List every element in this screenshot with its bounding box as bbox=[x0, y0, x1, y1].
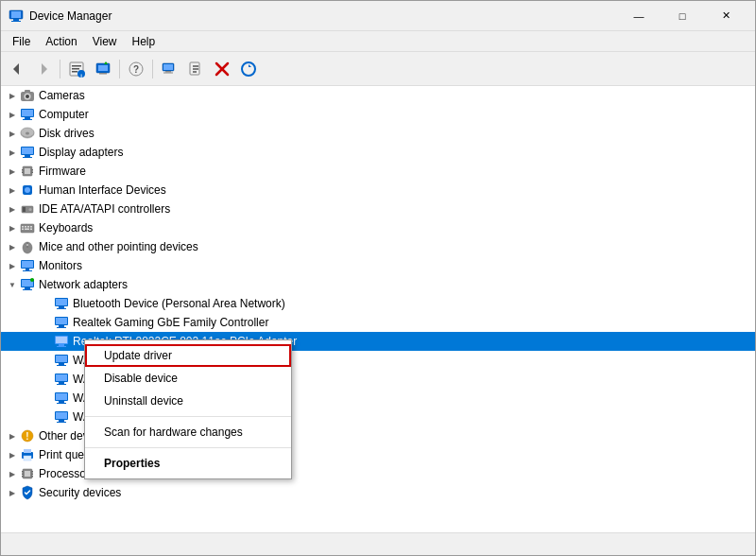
expander-display[interactable]: ▶ bbox=[5, 145, 20, 160]
expander-print[interactable]: ▶ bbox=[5, 447, 20, 462]
svg-rect-13 bbox=[98, 65, 108, 71]
bluetooth-icon bbox=[54, 296, 69, 311]
scan-toolbar-button[interactable] bbox=[157, 57, 181, 81]
update-driver-toolbar-button[interactable] bbox=[91, 57, 115, 81]
titlebar-icon bbox=[9, 9, 24, 24]
svg-rect-58 bbox=[30, 226, 32, 228]
properties-toolbar-button[interactable]: i bbox=[64, 57, 89, 81]
tree-pane[interactable]: ▶ Cameras ▶ bbox=[1, 86, 755, 532]
svg-rect-79 bbox=[56, 318, 67, 324]
device-manager-window: Device Manager — □ ✕ File Action View He… bbox=[0, 0, 756, 556]
expander-other[interactable]: ▶ bbox=[5, 428, 20, 443]
forward-button[interactable] bbox=[31, 57, 56, 81]
expander-keyboards[interactable]: ▶ bbox=[5, 220, 20, 235]
minimize-button[interactable]: — bbox=[617, 1, 661, 31]
tree-item-realtek-gbe[interactable]: ▶ Realtek Gaming GbE Family Controller bbox=[1, 313, 755, 332]
firmware-icon bbox=[20, 164, 35, 179]
statusbar bbox=[1, 532, 755, 555]
svg-rect-20 bbox=[163, 72, 173, 73]
tree-item-cameras[interactable]: ▶ Cameras bbox=[1, 86, 755, 105]
svg-rect-56 bbox=[25, 226, 26, 228]
refresh-toolbar-button[interactable] bbox=[236, 57, 261, 81]
svg-rect-89 bbox=[57, 365, 66, 366]
svg-rect-109 bbox=[22, 471, 24, 473]
expander-firmware[interactable]: ▶ bbox=[5, 164, 20, 179]
close-button[interactable]: ✕ bbox=[704, 1, 747, 31]
menu-view[interactable]: View bbox=[85, 33, 125, 50]
svg-point-38 bbox=[26, 132, 29, 135]
svg-marker-5 bbox=[42, 63, 47, 75]
expander-computer[interactable]: ▶ bbox=[5, 107, 20, 122]
toolbar: i ? bbox=[1, 52, 755, 86]
expander-network[interactable]: ▼ bbox=[5, 277, 20, 292]
tree-item-keyboards[interactable]: ▶ Keyboards bbox=[1, 218, 755, 237]
context-menu: Update driver Disable device Uninstall d… bbox=[84, 339, 292, 479]
tree-item-monitors[interactable]: ▶ Monitors bbox=[1, 256, 755, 275]
security-icon bbox=[20, 485, 35, 500]
svg-rect-110 bbox=[22, 474, 24, 476]
svg-rect-93 bbox=[57, 384, 66, 385]
help-toolbar-button[interactable]: ? bbox=[124, 57, 148, 81]
svg-rect-55 bbox=[22, 226, 24, 228]
tree-item-disk[interactable]: ▶ Disk drives bbox=[1, 124, 755, 143]
back-button[interactable] bbox=[5, 57, 29, 81]
tree-item-bluetooth[interactable]: ▶ Bluetooth Device (Personal Area Networ… bbox=[1, 294, 755, 313]
svg-rect-92 bbox=[59, 382, 64, 384]
expander-disk[interactable]: ▶ bbox=[5, 126, 20, 141]
tree-item-computer[interactable]: ▶ Computer bbox=[1, 105, 755, 124]
svg-marker-4 bbox=[13, 63, 19, 75]
expander-security[interactable]: ▶ bbox=[5, 485, 20, 500]
expander-cameras[interactable]: ▶ bbox=[5, 88, 20, 103]
svg-rect-40 bbox=[22, 148, 33, 154]
security-label: Security devices bbox=[39, 486, 121, 499]
svg-rect-61 bbox=[30, 229, 32, 231]
svg-rect-60 bbox=[25, 229, 29, 231]
tree-item-display[interactable]: ▶ Display adapters bbox=[1, 143, 755, 162]
maximize-button[interactable]: □ bbox=[661, 1, 704, 31]
toolbar-sep-2 bbox=[119, 60, 120, 78]
disk-icon bbox=[20, 126, 35, 141]
menu-action[interactable]: Action bbox=[38, 33, 84, 50]
svg-rect-84 bbox=[59, 344, 64, 346]
svg-rect-72 bbox=[23, 289, 32, 290]
disk-label: Disk drives bbox=[39, 127, 94, 140]
ctx-uninstall-device[interactable]: Uninstall device bbox=[85, 390, 291, 412]
tree-item-security[interactable]: ▶ Security devices bbox=[1, 483, 755, 502]
expander-processors[interactable]: ▶ bbox=[5, 466, 20, 481]
tree-item-hid[interactable]: ▶ Human Interface Devices bbox=[1, 181, 755, 200]
svg-rect-2 bbox=[13, 19, 19, 21]
tree-item-network[interactable]: ▼ Network adapters bbox=[1, 275, 755, 294]
titlebar-controls: — □ ✕ bbox=[617, 1, 747, 31]
tree-item-firmware[interactable]: ▶ Firmware bbox=[1, 162, 755, 181]
svg-rect-113 bbox=[32, 474, 34, 476]
ctx-update-driver[interactable]: Update driver bbox=[85, 344, 291, 367]
tree-item-mice[interactable]: ▶ Mice and other pointing devices bbox=[1, 237, 755, 256]
expander-hid[interactable]: ▶ bbox=[5, 182, 20, 198]
menu-file[interactable]: File bbox=[5, 33, 38, 50]
svg-rect-91 bbox=[56, 374, 67, 381]
ctx-scan-hardware[interactable]: Scan for hardware changes bbox=[85, 421, 291, 443]
wan-nm-icon bbox=[54, 372, 69, 387]
print-icon bbox=[20, 447, 35, 462]
add-toolbar-button[interactable] bbox=[183, 57, 208, 81]
expander-monitors[interactable]: ▶ bbox=[5, 258, 20, 273]
svg-rect-95 bbox=[56, 393, 67, 400]
hid-icon bbox=[20, 182, 35, 198]
tree-item-ide[interactable]: ▶ IDE ATA/ATAPI controllers bbox=[1, 200, 755, 218]
svg-text:!: ! bbox=[26, 431, 28, 442]
expander-ide[interactable]: ▶ bbox=[5, 201, 20, 217]
svg-rect-112 bbox=[32, 471, 34, 473]
remove-toolbar-button[interactable] bbox=[210, 57, 234, 81]
svg-rect-1 bbox=[11, 11, 21, 18]
ctx-properties[interactable]: Properties bbox=[85, 452, 291, 475]
expander-mice[interactable]: ▶ bbox=[5, 239, 20, 254]
toolbar-sep-3 bbox=[152, 60, 153, 78]
wan-sstp-icon bbox=[54, 409, 69, 425]
ctx-disable-device[interactable]: Disable device bbox=[85, 367, 291, 390]
hid-label: Human Interface Devices bbox=[39, 183, 166, 197]
ide-icon bbox=[20, 201, 35, 217]
menu-help[interactable]: Help bbox=[125, 33, 163, 50]
svg-rect-96 bbox=[59, 401, 64, 403]
svg-rect-7 bbox=[72, 65, 81, 67]
svg-rect-31 bbox=[25, 90, 30, 93]
